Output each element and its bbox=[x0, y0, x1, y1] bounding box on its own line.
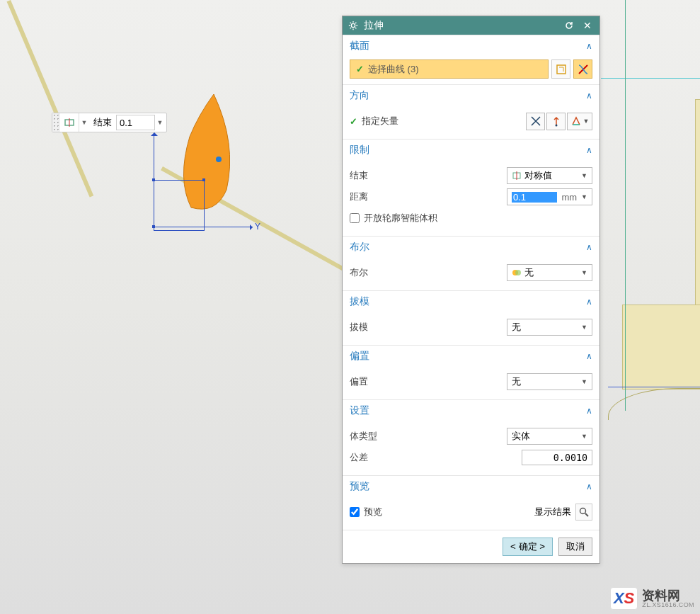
dialog-titlebar[interactable]: 拉伸 ✕ bbox=[343, 16, 599, 35]
curve-rule-icon[interactable] bbox=[573, 59, 592, 79]
coord-rectangle bbox=[154, 180, 205, 231]
check-icon: ✓ bbox=[350, 116, 357, 127]
boolean-select[interactable]: 无 ▼ bbox=[507, 264, 592, 281]
axis-line bbox=[154, 227, 253, 227]
close-icon[interactable]: ✕ bbox=[581, 19, 594, 32]
geometry-curve bbox=[608, 388, 700, 420]
symmetric-icon[interactable] bbox=[59, 113, 79, 132]
axis-hint bbox=[608, 387, 700, 387]
chevron-up-icon: ∧ bbox=[586, 482, 592, 491]
select-curve-field[interactable]: ✓ 选择曲线 (3) bbox=[350, 59, 549, 79]
drag-handle[interactable] bbox=[52, 113, 59, 132]
check-icon: ✓ bbox=[356, 64, 364, 74]
svg-point-4 bbox=[555, 125, 557, 127]
flyout-label: 结束 bbox=[89, 116, 116, 129]
axis-hint bbox=[601, 78, 700, 79]
origin-marker bbox=[152, 225, 155, 228]
section-header-direction[interactable]: 方向 ∧ bbox=[343, 84, 599, 106]
preview-checkbox[interactable]: 预览 bbox=[350, 506, 382, 518]
axis-hint bbox=[625, 0, 626, 411]
body-type-select[interactable]: 实体 ▼ bbox=[507, 428, 592, 445]
reverse-vector-icon[interactable] bbox=[526, 113, 545, 130]
chevron-up-icon: ∧ bbox=[586, 297, 592, 307]
dropdown-caret-icon: ▼ bbox=[581, 172, 587, 179]
watermark-logo: XS bbox=[610, 587, 638, 610]
section-header-draft[interactable]: 拔模 ∧ bbox=[343, 290, 599, 312]
offset-select[interactable]: 无 ▼ bbox=[507, 373, 592, 390]
dropdown-caret-icon: ▼ bbox=[581, 324, 587, 331]
chevron-up-icon: ∧ bbox=[586, 242, 592, 252]
section-header-settings[interactable]: 设置 ∧ bbox=[343, 399, 599, 421]
geometry-block bbox=[622, 305, 700, 390]
chevron-up-icon: ∧ bbox=[586, 406, 592, 416]
sketch-icon[interactable] bbox=[551, 59, 570, 79]
axis-label-y: Y bbox=[255, 222, 260, 232]
section-header-limits[interactable]: 限制 ∧ bbox=[343, 139, 599, 161]
none-icon bbox=[512, 268, 522, 278]
dialog-title: 拉伸 bbox=[364, 19, 557, 32]
chevron-up-icon: ∧ bbox=[586, 351, 592, 361]
svg-rect-3 bbox=[557, 65, 566, 74]
dialog-footer: < 确定 > 取消 bbox=[343, 530, 599, 563]
reset-icon[interactable] bbox=[563, 19, 575, 32]
show-result-button[interactable] bbox=[575, 504, 592, 521]
end-type-select[interactable]: 对称值 ▼ bbox=[507, 167, 592, 184]
distance-input[interactable]: mm ▼ bbox=[507, 188, 592, 205]
open-contour-checkbox[interactable]: 开放轮廓智能体积 bbox=[350, 212, 437, 224]
selection-point bbox=[216, 157, 222, 162]
vector-menu-icon[interactable]: ▼ bbox=[567, 113, 592, 130]
magnifier-icon bbox=[578, 506, 590, 518]
dropdown-caret-icon: ▼ bbox=[581, 378, 587, 385]
gear-icon bbox=[348, 21, 358, 30]
chevron-up-icon: ∧ bbox=[586, 145, 592, 155]
dimension-flyout[interactable]: ▼ 结束 ▼ bbox=[52, 113, 167, 132]
inferred-vector-icon[interactable] bbox=[546, 113, 566, 130]
symmetric-value-icon bbox=[512, 171, 522, 181]
dropdown-caret-icon: ▼ bbox=[581, 269, 587, 276]
flyout-value-input[interactable] bbox=[116, 115, 155, 130]
section-header-offset[interactable]: 偏置 ∧ bbox=[343, 345, 599, 367]
dropdown-caret[interactable]: ▼ bbox=[79, 119, 89, 126]
svg-point-9 bbox=[515, 270, 521, 275]
extrude-dialog: 拉伸 ✕ 截面 ∧ ✓ 选择曲线 (3) 方向 ∧ ✓ 指定矢量 bbox=[342, 16, 600, 564]
draft-select[interactable]: 无 ▼ bbox=[507, 319, 592, 336]
cancel-button[interactable]: 取消 bbox=[558, 538, 592, 556]
chevron-up-icon: ∧ bbox=[586, 91, 592, 101]
section-header-preview[interactable]: 预览 ∧ bbox=[343, 475, 599, 497]
show-result-label: 显示结果 bbox=[534, 506, 571, 518]
marker bbox=[202, 178, 205, 181]
ok-button[interactable]: < 确定 > bbox=[503, 538, 553, 556]
dropdown-caret[interactable]: ▼ bbox=[156, 119, 166, 126]
watermark: XS 资料网 ZL.XS1616.COM bbox=[610, 587, 694, 610]
section-header-boolean[interactable]: 布尔 ∧ bbox=[343, 236, 599, 258]
dropdown-caret-icon: ▼ bbox=[581, 433, 587, 440]
marker bbox=[152, 178, 155, 181]
tolerance-input[interactable] bbox=[522, 450, 592, 465]
section-header-profile[interactable]: 截面 ∧ bbox=[343, 35, 599, 57]
geometry-line bbox=[6, 0, 93, 197]
svg-point-10 bbox=[580, 508, 586, 514]
geometry-block bbox=[695, 99, 700, 308]
dropdown-caret-icon: ▼ bbox=[581, 193, 587, 200]
svg-point-2 bbox=[351, 23, 355, 27]
svg-line-11 bbox=[585, 513, 588, 516]
chevron-up-icon: ∧ bbox=[586, 41, 592, 51]
